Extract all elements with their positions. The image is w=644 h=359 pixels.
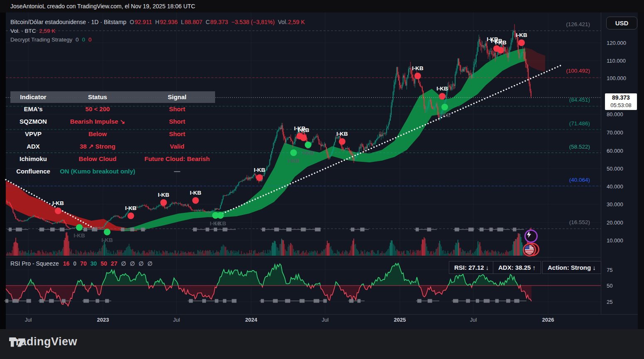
indicator-signal: Future Cloud: Bearish [139, 153, 215, 165]
price-tick: 20.000 [607, 220, 623, 226]
price-tick: 60.000 [607, 148, 623, 154]
rsi-param: ∅ [130, 260, 135, 267]
price-tick: 70.000 [607, 129, 623, 136]
indicator-name: ADX [10, 140, 56, 153]
strategy-value-3: 0 [88, 37, 92, 43]
lightning-icon [526, 231, 532, 238]
time-tick: Jul [173, 317, 180, 323]
close-value: 89.373 [210, 19, 228, 25]
rsi-badge: RSI: 27.12 ↓ [449, 261, 494, 274]
tradingview-logo[interactable]: TradingView [9, 335, 77, 348]
rsi-badge: ADX: 38.25 ↑ [493, 261, 541, 274]
price-tick: 30.000 [607, 201, 623, 208]
rsi-params: 16070305027∅∅∅∅ [63, 260, 157, 267]
strategy-label: Decrypt Trading Strategy [10, 37, 72, 43]
boost-reaction-icon[interactable] [524, 230, 538, 243]
price-tick: 10.000 [607, 237, 623, 244]
volume-label: Vol. [278, 19, 287, 25]
tradingview-logo-icon [9, 335, 26, 348]
time-tick: 2025 [394, 317, 406, 323]
rsi-tick: 50 [607, 283, 612, 289]
indicator-signal: Short [139, 103, 215, 115]
time-tick: 2024 [245, 317, 257, 323]
table-row: SQZMONBearish Impulse ↘Short [10, 115, 215, 128]
level-label: (16.552) [569, 219, 590, 225]
indicator-name: Confluence [10, 165, 56, 178]
price-tick: 50.000 [607, 166, 623, 172]
strategy-row[interactable]: Decrypt Trading Strategy 0 0 0 [10, 35, 306, 44]
vol-btc-label: Vol. · BTC [10, 28, 36, 34]
rsi-tick: 25 [607, 299, 612, 305]
rsi-param: ∅ [147, 260, 152, 267]
table-body: EMA's50 < 200ShortSQZMONBearish Impulse … [10, 103, 215, 178]
low-label: L [181, 19, 184, 25]
high-label: H [155, 19, 159, 25]
indicator-status-table: IndicatorStatusSignal EMA's50 < 200Short… [10, 91, 215, 178]
change-value: −3.538 (−3,81%) [231, 19, 274, 25]
level-label: (71.486) [569, 120, 590, 127]
table-header-cell: Indicator [10, 91, 56, 103]
indicator-name: Ichimoku [10, 153, 56, 165]
indicator-status: Below [56, 128, 139, 140]
table-header-cell: Signal [139, 91, 215, 103]
rsi-param: 27 [111, 260, 118, 267]
rsi-indicator-legend[interactable]: RSI Pro - Squeeze16070305027∅∅∅∅ [10, 260, 160, 267]
symbol-title: Bitcoin/Dólar estadounidense · 1D · Bits… [10, 19, 126, 25]
time-tick: Jul [25, 317, 32, 323]
level-label: (126.421) [566, 21, 590, 27]
price-tick: 40.000 [607, 183, 623, 190]
indicator-signal: Short [139, 115, 215, 128]
level-label: (40.064) [569, 177, 590, 183]
volume-row[interactable]: Vol. · BTC 2,59 K [10, 27, 306, 35]
vol-btc-value: 2,59 K [39, 28, 55, 34]
close-label: C [206, 19, 210, 25]
strategy-value-1: 0 [76, 37, 79, 43]
symbol-row[interactable]: Bitcoin/Dólar estadounidense · 1D · Bits… [10, 18, 306, 27]
table-header-row: IndicatorStatusSignal [10, 91, 215, 103]
us-flag-icon [523, 243, 536, 256]
indicator-name: EMA's [10, 103, 56, 115]
indicator-status: Below Cloud [56, 153, 139, 165]
rsi-param: 50 [100, 260, 107, 267]
table-header-cell: Status [56, 91, 139, 103]
strategy-value-2: 0 [82, 37, 85, 43]
price-tick: 100.000 [607, 75, 626, 81]
rsi-param: ∅ [121, 260, 126, 267]
high-value: 92.936 [160, 19, 178, 25]
indicator-name: SQZMON [10, 115, 56, 128]
level-label: (84.451) [569, 97, 590, 103]
rsi-param: 30 [91, 260, 97, 267]
open-label: O [130, 19, 134, 25]
rsi-badge: Action: Strong ↓ [542, 261, 601, 274]
rsi-title: RSI Pro - Squeeze [10, 260, 59, 267]
price-tick: 80.000 [607, 111, 623, 117]
indicator-signal: Valid [139, 140, 215, 153]
time-tick: 2026 [542, 317, 554, 323]
currency-toggle-button[interactable]: USD [606, 17, 637, 29]
open-value: 92.911 [135, 19, 152, 25]
rsi-param: 16 [63, 260, 70, 267]
last-price: 89.373 [605, 93, 637, 102]
level-label: (100.492) [566, 68, 590, 74]
screenshot-root: { "top": {"attribution": "JoseAntonioL c… [0, 0, 644, 359]
table-row: EMA's50 < 200Short [10, 103, 215, 115]
indicator-signal: Short [139, 128, 215, 140]
table-row: VPVPBelowShort [10, 128, 215, 140]
flag-reaction-icon[interactable] [523, 242, 538, 256]
low-value: 88.807 [184, 19, 202, 25]
indicator-name: VPVP [10, 128, 56, 140]
price-tick: 110.000 [607, 58, 626, 64]
rsi-param: 0 [73, 260, 76, 267]
rsi-tick: 75 [607, 267, 612, 273]
indicator-status: ON (Kumo breakout only) [56, 165, 139, 178]
rsi-param: ∅ [139, 260, 144, 267]
rsi-param: 70 [80, 260, 87, 267]
indicator-status: 50 < 200 [56, 103, 139, 115]
price-tick: 120.000 [607, 40, 626, 46]
table-row: ConfluenceON (Kumo breakout only)— [10, 165, 215, 178]
indicator-signal: — [139, 165, 215, 178]
time-tick: Jul [322, 317, 329, 323]
bar-countdown: 05:53:08 [605, 102, 637, 109]
last-price-badge: 89.373 05:53:08 [605, 93, 637, 110]
indicator-status: 38 ↗ Strong [56, 140, 139, 153]
